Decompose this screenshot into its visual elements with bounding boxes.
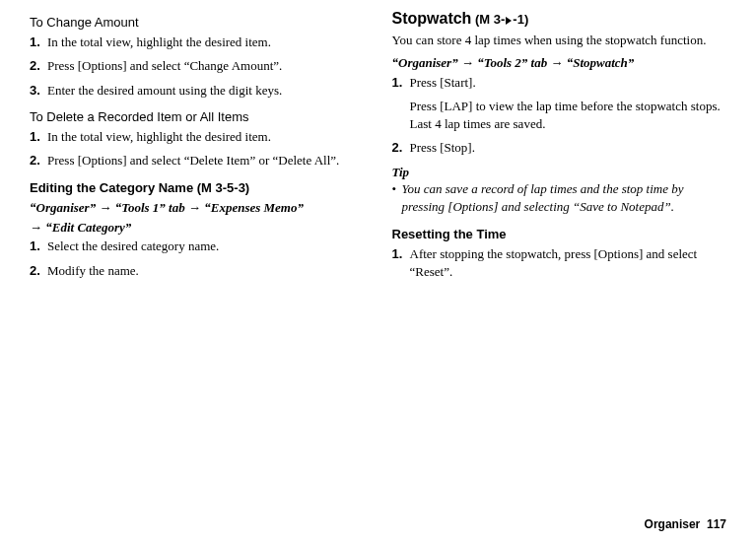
path-segment: “Expenses Memo”	[204, 200, 304, 215]
list-item: 1.Press [Start].	[392, 74, 727, 92]
heading-change-amount: To Change Amount	[30, 14, 365, 32]
list-item: 1.Select the desired category name.	[30, 238, 365, 255]
arrow-icon: →	[30, 220, 42, 235]
right-column: Stopwatch (M 3--1) You can store 4 lap t…	[392, 8, 727, 287]
list-item: 1.After stopping the stopwatch, press [O…	[392, 245, 727, 280]
menu-code: (M 3-5-3)	[193, 180, 249, 195]
steps-stopwatch: 1.Press [Start].	[392, 74, 727, 92]
steps-change-amount: 1.In the total view, highlight the desir…	[30, 34, 365, 100]
tip-label: Tip	[392, 164, 727, 181]
list-item: 2.Press [Options] and select “Change Amo…	[30, 57, 365, 75]
path-segment: “Organiser”	[30, 200, 96, 215]
heading-text: Editing the Category Name	[30, 180, 193, 195]
step-text: Modify the name.	[47, 262, 365, 280]
heading-edit-category: Editing the Category Name (M 3-5-3)	[30, 179, 365, 197]
menu-code: (M 3--1)	[471, 12, 528, 27]
arrow-icon: →	[99, 200, 111, 215]
heading-stopwatch: Stopwatch (M 3--1)	[392, 8, 727, 30]
steps-reset-time: 1.After stopping the stopwatch, press [O…	[392, 245, 727, 280]
list-item: 2.Modify the name.	[30, 262, 365, 280]
step-text: Press [Options] and select “Delete Item”…	[47, 152, 365, 170]
heading-text: Stopwatch	[392, 10, 472, 27]
footer-section: Organiser	[645, 517, 701, 531]
steps-stopwatch: 2.Press [Stop].	[392, 139, 727, 157]
list-item: 3.Enter the desired amount using the dig…	[30, 82, 365, 100]
steps-edit-category: 1.Select the desired category name. 2.Mo…	[30, 238, 365, 279]
step-text: In the total view, highlight the desired…	[47, 34, 365, 51]
step-text: After stopping the stopwatch, press [Opt…	[410, 245, 727, 280]
path-segment: “Stopwatch”	[567, 55, 635, 70]
heading-delete-item: To Delete a Recorded Item or All Items	[30, 108, 365, 126]
nav-path: → “Edit Category”	[30, 219, 365, 237]
path-segment: “Tools 2” tab	[477, 55, 547, 70]
path-segment: “Edit Category”	[45, 220, 131, 235]
arrow-icon: →	[550, 55, 563, 70]
tip-text: You can save a record of lap times and t…	[402, 180, 727, 215]
step-extra: Press [LAP] to view the lap time before …	[392, 98, 727, 132]
arrow-icon: →	[188, 200, 201, 215]
tip-body: • You can save a record of lap times and…	[392, 180, 727, 215]
footer-page: 117	[707, 517, 726, 531]
page-footer: Organiser 117	[645, 516, 726, 532]
heading-reset-time: Resetting the Time	[392, 226, 727, 243]
list-item: 2.Press [Options] and select “Delete Ite…	[30, 152, 365, 170]
step-text: Press [Start].	[410, 74, 727, 92]
list-item: 1.In the total view, highlight the desir…	[30, 128, 365, 146]
step-text: Press [Options] and select “Change Amoun…	[47, 57, 365, 75]
step-text: Enter the desired amount using the digit…	[47, 82, 365, 100]
left-column: To Change Amount 1.In the total view, hi…	[30, 8, 365, 287]
steps-delete-item: 1.In the total view, highlight the desir…	[30, 128, 365, 170]
bullet-icon: •	[392, 180, 402, 198]
path-segment: “Organiser”	[392, 55, 458, 70]
nav-path: “Organiser” → “Tools 1” tab → “Expenses …	[30, 199, 365, 217]
path-segment: “Tools 1” tab	[115, 200, 185, 215]
step-text: Press [Stop].	[410, 139, 727, 157]
intro-text: You can store 4 lap times when using the…	[392, 32, 727, 49]
nav-path: “Organiser” → “Tools 2” tab → “Stopwatch…	[392, 54, 727, 72]
step-text: Select the desired category name.	[47, 238, 365, 255]
arrow-icon: →	[461, 55, 474, 70]
right-triangle-icon	[506, 17, 512, 25]
list-item: 2.Press [Stop].	[392, 139, 727, 157]
step-text: In the total view, highlight the desired…	[47, 128, 365, 146]
list-item: 1.In the total view, highlight the desir…	[30, 34, 365, 51]
page: To Change Amount 1.In the total view, hi…	[0, 0, 756, 287]
